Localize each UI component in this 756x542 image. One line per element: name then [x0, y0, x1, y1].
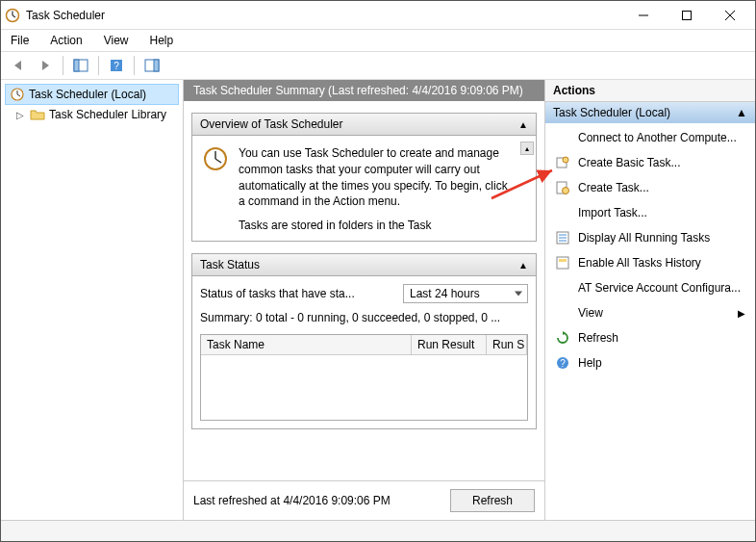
action-help[interactable]: ? Help — [545, 350, 755, 375]
action-view[interactable]: View ▶ — [545, 300, 755, 325]
window-title: Task Scheduler — [26, 9, 621, 22]
col-run-result[interactable]: Run Result — [412, 335, 487, 354]
folder-icon — [30, 107, 45, 122]
action-enable-history[interactable]: Enable All Tasks History — [545, 250, 755, 275]
actions-list: Connect to Another Compute... Create Bas… — [545, 123, 755, 520]
svg-text:?: ? — [560, 358, 566, 369]
menu-file[interactable]: File — [7, 32, 33, 49]
refresh-row: Last refreshed at 4/4/2016 9:09:06 PM Re… — [184, 480, 544, 520]
blank-icon — [555, 205, 570, 220]
svg-rect-8 — [74, 60, 79, 71]
clock-icon — [10, 87, 25, 102]
show-hide-tree-button[interactable] — [69, 54, 92, 77]
content-area: Task Scheduler (Local) ▷ Task Scheduler … — [1, 80, 755, 520]
scroll-up-icon[interactable]: ▴ — [520, 142, 534, 155]
task-status-box: Status of tasks that have sta... Last 24… — [191, 276, 537, 429]
submenu-icon: ▶ — [738, 308, 745, 319]
blank-icon — [555, 130, 570, 145]
status-filter-row: Status of tasks that have sta... Last 24… — [200, 284, 528, 303]
tree-child[interactable]: ▷ Task Scheduler Library — [5, 105, 179, 124]
status-filter-label: Status of tasks that have sta... — [200, 287, 395, 300]
svg-rect-28 — [559, 259, 567, 262]
task-table-header: Task Name Run Result Run S — [201, 335, 527, 355]
last-refreshed-text: Last refreshed at 4/4/2016 9:09:06 PM — [193, 494, 450, 507]
menu-action[interactable]: Action — [46, 32, 86, 49]
menu-help[interactable]: Help — [146, 32, 178, 49]
status-dropdown[interactable]: Last 24 hours — [403, 284, 528, 303]
action-at-service[interactable]: AT Service Account Configura... — [545, 275, 755, 300]
back-button[interactable] — [7, 54, 30, 77]
tree-pane: Task Scheduler (Local) ▷ Task Scheduler … — [1, 80, 184, 520]
toolbar: ? — [1, 51, 755, 80]
menu-view[interactable]: View — [100, 32, 133, 49]
expander-icon[interactable]: ▷ — [16, 110, 26, 120]
window: Task Scheduler File Action View Help ? T… — [0, 0, 756, 542]
history-icon — [555, 255, 570, 271]
collapse-icon: ▲ — [518, 119, 528, 130]
toolbar-separator — [98, 56, 99, 75]
actions-pane: Actions Task Scheduler (Local) ▲ Connect… — [545, 80, 755, 520]
clock-icon — [202, 145, 229, 172]
app-icon — [5, 8, 20, 23]
blank-icon — [555, 280, 570, 296]
svg-rect-12 — [154, 60, 159, 71]
forward-button[interactable] — [34, 54, 57, 77]
task-table: Task Name Run Result Run S — [200, 334, 528, 421]
titlebar: Task Scheduler — [1, 1, 755, 30]
toolbar-separator — [134, 56, 135, 75]
action-refresh[interactable]: Refresh — [545, 325, 755, 350]
task-status-header[interactable]: Task Status ▲ — [191, 253, 537, 276]
overview-title: Overview of Task Scheduler — [200, 117, 343, 131]
summary-header: Task Scheduler Summary (Last refreshed: … — [184, 80, 544, 101]
collapse-icon: ▲ — [518, 260, 528, 271]
col-run-s[interactable]: Run S — [487, 335, 527, 354]
summary-body: Overview of Task Scheduler ▲ You can use… — [184, 101, 544, 480]
svg-point-22 — [563, 188, 569, 194]
help-button[interactable]: ? — [105, 54, 128, 77]
menubar: File Action View Help — [1, 30, 755, 51]
tree-child-label: Task Scheduler Library — [49, 108, 166, 121]
overview-header[interactable]: Overview of Task Scheduler ▲ — [191, 113, 537, 136]
help-icon: ? — [555, 355, 570, 371]
collapse-icon: ▲ — [736, 106, 747, 119]
middle-pane: Task Scheduler Summary (Last refreshed: … — [184, 80, 545, 520]
status-summary: Summary: 0 total - 0 running, 0 succeede… — [200, 311, 528, 324]
action-import-task[interactable]: Import Task... — [545, 200, 755, 225]
wizard-icon — [555, 155, 570, 170]
action-connect[interactable]: Connect to Another Compute... — [545, 125, 755, 150]
action-create-task[interactable]: Create Task... — [545, 175, 755, 200]
task-icon — [555, 180, 570, 195]
toolbar-separator — [63, 56, 63, 75]
show-hide-action-button[interactable] — [140, 54, 164, 77]
task-status-title: Task Status — [200, 258, 260, 271]
refresh-icon — [555, 330, 570, 346]
list-icon — [555, 230, 570, 245]
close-button[interactable] — [708, 2, 751, 29]
overview-more-text: Tasks are stored in folders in the Task — [239, 218, 509, 234]
tree-root[interactable]: Task Scheduler (Local) — [5, 84, 179, 105]
refresh-button[interactable]: Refresh — [450, 489, 535, 512]
overview-box: You can use Task Scheduler to create and… — [191, 136, 537, 242]
col-task-name[interactable]: Task Name — [201, 335, 412, 354]
scrollbar[interactable]: ▴ — [520, 142, 534, 155]
actions-sub-label: Task Scheduler (Local) — [553, 106, 670, 119]
action-create-basic-task[interactable]: Create Basic Task... — [545, 150, 755, 175]
tree-root-label: Task Scheduler (Local) — [29, 88, 146, 101]
actions-sub[interactable]: Task Scheduler (Local) ▲ — [545, 102, 755, 123]
svg-text:?: ? — [113, 61, 119, 71]
svg-point-20 — [563, 157, 568, 163]
maximize-button[interactable] — [665, 2, 708, 29]
action-display-running[interactable]: Display All Running Tasks — [545, 225, 755, 250]
blank-icon — [555, 305, 570, 321]
minimize-button[interactable] — [621, 2, 665, 29]
svg-rect-4 — [682, 11, 691, 19]
actions-header: Actions — [545, 80, 755, 102]
overview-text: You can use Task Scheduler to create and… — [239, 145, 509, 210]
statusbar — [1, 520, 755, 541]
svg-rect-27 — [557, 257, 568, 269]
